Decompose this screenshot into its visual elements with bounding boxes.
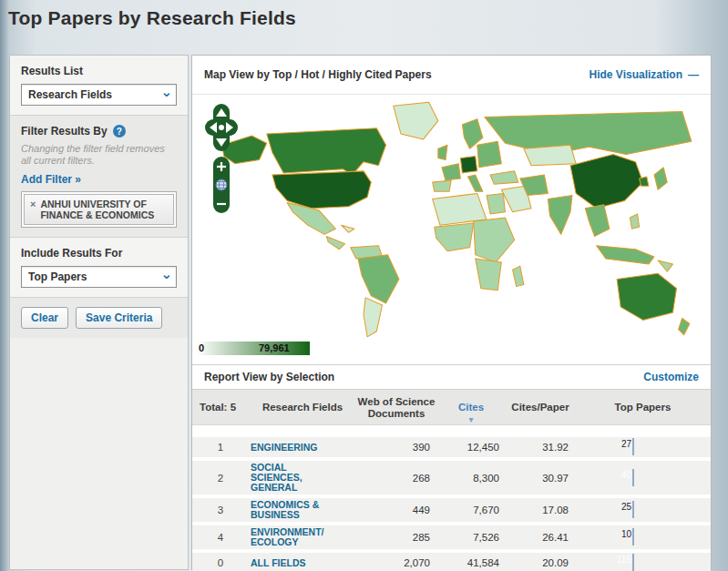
map-country-germany[interactable] — [460, 157, 477, 173]
map-country-philippines[interactable] — [630, 214, 639, 229]
field-link[interactable]: ENGINEERING — [249, 443, 356, 453]
top-papers-bar: 10 — [632, 528, 634, 546]
include-results-dropdown[interactable]: Top Papers ⌄ — [21, 266, 177, 288]
map-country-southern-africa[interactable] — [476, 259, 502, 291]
save-criteria-button[interactable]: Save Criteria — [76, 307, 162, 329]
map-country-egypt[interactable] — [487, 193, 505, 213]
pan-control[interactable] — [205, 104, 238, 151]
top-papers-value: 27 — [621, 439, 631, 451]
map-country-kazakhstan[interactable] — [524, 145, 576, 165]
map-country-argentina[interactable] — [364, 298, 382, 337]
top-papers-bar: 27 — [632, 438, 634, 455]
column-header-research-fields[interactable]: Research Fields — [249, 402, 356, 413]
main-panel: Map View by Top / Hot / Highly Cited Pap… — [191, 55, 712, 570]
map-header: Map View by Top / Hot / Highly Cited Pap… — [192, 56, 711, 95]
map-country-turkey[interactable] — [490, 171, 518, 184]
globe-icon[interactable] — [216, 179, 227, 190]
include-results-section: Include Results For Top Papers ⌄ — [10, 238, 188, 298]
map-country-madagascar[interactable] — [513, 266, 524, 286]
field-link[interactable]: SOCIAL SCIENCES, GENERAL — [249, 463, 356, 493]
map-country-greenland[interactable] — [394, 102, 438, 139]
map-country-indonesia[interactable] — [597, 246, 654, 264]
map-country-italy[interactable] — [468, 175, 483, 191]
map-country-canada[interactable] — [267, 128, 386, 175]
results-list-section: Results List Research Fields ⌄ — [10, 56, 188, 116]
table-row: 3 ECONOMICS & BUSINESS 449 7,670 17.08 2… — [192, 498, 711, 522]
zoom-control[interactable] — [213, 157, 230, 213]
minus-icon: — — [688, 68, 699, 81]
cites-per-paper-cell: 20.09 — [506, 557, 575, 568]
results-list-dropdown[interactable]: Research Fields ⌄ — [21, 84, 177, 106]
field-link[interactable]: ENVIRONMENT/ ECOLOGY — [249, 527, 356, 547]
map-country-papua[interactable] — [658, 260, 672, 271]
docs-cell: 390 — [356, 442, 436, 453]
map-country-brazil[interactable] — [358, 255, 399, 303]
map-country-cuba[interactable] — [342, 225, 354, 232]
column-header-cites[interactable]: Cites ▾ — [436, 390, 506, 425]
docs-cell: 285 — [356, 532, 436, 543]
map-country-india[interactable] — [548, 195, 572, 234]
cites-per-paper-cell: 26.41 — [506, 532, 575, 543]
map-country-spain[interactable] — [433, 180, 451, 191]
map-country-central-america[interactable] — [326, 236, 344, 249]
rank-cell: 1 — [192, 442, 249, 453]
map-legend: 0 79,961 — [197, 342, 379, 355]
top-papers-cell: 25 — [575, 502, 711, 518]
top-papers-value: 10 — [621, 529, 631, 541]
table-row: 0 ALL FIELDS 2,070 41,584 20.09 115 — [192, 553, 711, 571]
column-header-documents[interactable]: Web of Science Documents — [356, 396, 436, 420]
map-country-russia[interactable] — [485, 111, 692, 154]
table-header: Total: 5 Research Fields Web of Science … — [192, 389, 711, 425]
cites-cell: 8,300 — [436, 473, 506, 484]
field-link[interactable]: ALL FIELDS — [249, 558, 356, 568]
clear-button[interactable]: Clear — [21, 307, 68, 329]
results-list-label: Results List — [21, 65, 177, 77]
filter-tag-label: ANHUI UNIVERSITY OF FINANCE & ECONOMICS — [40, 199, 154, 220]
total-count: Total: 5 — [192, 402, 249, 413]
cites-cell: 7,670 — [436, 505, 506, 515]
column-header-cites-per-paper[interactable]: Cites/Paper — [506, 402, 575, 413]
map-country-uk[interactable] — [438, 145, 447, 159]
results-list-value: Research Fields — [28, 88, 112, 101]
pan-center-icon[interactable] — [219, 125, 224, 130]
cites-cell: 41,584 — [436, 557, 506, 568]
field-link[interactable]: ECONOMICS & BUSINESS — [249, 500, 356, 520]
include-results-label: Include Results For — [21, 247, 177, 260]
choropleth-map — [194, 97, 697, 341]
map-country-east-africa[interactable] — [474, 218, 515, 262]
top-papers-value: 115 — [617, 555, 631, 566]
map-view-title: Map View by Top / Hot / Highly Cited Pap… — [204, 68, 432, 81]
page: Top Papers by Research Fields Results Li… — [0, 0, 728, 571]
add-filter-link[interactable]: Add Filter » — [21, 173, 177, 186]
top-papers-bar: 25 — [632, 501, 634, 518]
sort-desc-icon: ▾ — [468, 414, 473, 424]
map-country-west-africa[interactable] — [435, 223, 474, 251]
map-country-east-europe[interactable] — [477, 141, 502, 168]
help-icon[interactable]: ? — [113, 125, 126, 138]
rank-cell: 4 — [192, 532, 249, 543]
docs-cell: 268 — [356, 473, 436, 484]
map-country-new-zealand[interactable] — [679, 318, 690, 334]
customize-link[interactable]: Customize — [643, 371, 699, 383]
map-country-southeast-asia[interactable] — [585, 205, 610, 237]
filter-section: Filter Results By ? Changing the filter … — [10, 116, 188, 238]
actions-section: Clear Save Criteria — [10, 298, 188, 338]
top-papers-value: 40 — [621, 470, 631, 482]
hide-visualization-link[interactable]: Hide Visualization — — [590, 68, 699, 81]
column-header-top-papers[interactable]: Top Papers — [575, 402, 711, 413]
remove-filter-icon[interactable]: × — [30, 199, 36, 220]
rank-cell: 2 — [192, 473, 249, 484]
map-country-china[interactable] — [570, 154, 643, 208]
cites-label: Cites — [458, 402, 484, 413]
filter-tag-container: × ANHUI UNIVERSITY OF FINANCE & ECONOMIC… — [21, 191, 177, 228]
map-country-australia[interactable] — [617, 273, 676, 320]
map-country-south-korea[interactable] — [640, 177, 649, 186]
report-view-title: Report View by Selection — [204, 371, 334, 383]
table-row: 4 ENVIRONMENT/ ECOLOGY 285 7,526 26.41 1… — [192, 525, 711, 549]
hide-visualization-label: Hide Visualization — [590, 68, 682, 81]
map-country-france[interactable] — [442, 164, 460, 180]
map-country-japan[interactable] — [654, 168, 667, 190]
rank-cell: 0 — [192, 557, 249, 568]
cites-cell: 12,450 — [436, 442, 506, 453]
filter-tag[interactable]: × ANHUI UNIVERSITY OF FINANCE & ECONOMIC… — [24, 194, 174, 225]
